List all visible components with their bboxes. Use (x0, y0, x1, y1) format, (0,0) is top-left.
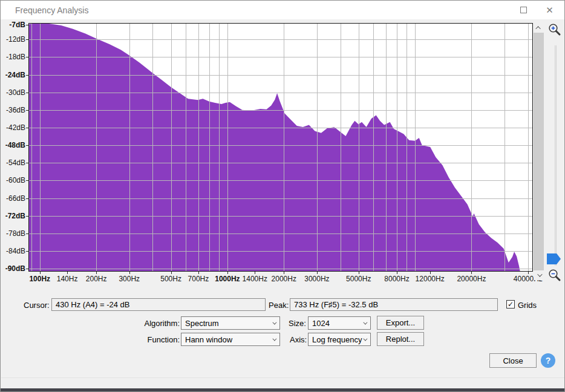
zoom-in-button[interactable] (546, 21, 563, 38)
algorithm-value: Spectrum (185, 319, 219, 328)
y-axis-ruler: -7dB-12dB-18dB-24dB-30dB-36dB-42dB-48dB-… (1, 23, 28, 282)
x-axis-tick (40, 272, 41, 274)
maximize-icon (520, 7, 527, 13)
export-button[interactable]: Export... (377, 316, 424, 330)
zoom-slider-thumb[interactable] (547, 253, 561, 264)
scrollbar-down-button[interactable] (534, 270, 544, 280)
close-icon: ✕ (546, 5, 554, 15)
window-bottom-edge (1, 388, 564, 391)
x-axis-tick (397, 272, 397, 274)
vertical-scrollbar[interactable] (534, 23, 544, 280)
function-label: Function: (141, 335, 180, 344)
x-axis-tick (317, 272, 318, 274)
axis-label: Axis: (290, 335, 307, 344)
scrollbar-thumb[interactable] (534, 33, 544, 270)
spectrum-plot[interactable] (28, 23, 533, 272)
maximize-button[interactable] (510, 1, 537, 19)
y-axis-label: -36dB (6, 106, 25, 114)
close-button[interactable]: Close (489, 353, 537, 368)
x-axis-tick (171, 272, 172, 274)
titlebar: Frequency Analysis ✕ (1, 1, 564, 19)
scrollbar-up-button[interactable] (534, 23, 544, 33)
x-axis-tick (430, 272, 431, 274)
y-axis-label: -66dB (6, 194, 25, 203)
zoom-out-button[interactable] (546, 267, 563, 284)
peak-label: Peak: (269, 301, 289, 310)
grids-checkbox[interactable]: ✓ (506, 300, 515, 309)
y-axis-label: -42dB (6, 123, 25, 132)
x-axis-tick (96, 272, 97, 274)
y-axis-label: -72dB (5, 212, 25, 220)
grids-label: Grids (518, 301, 537, 310)
bottom-separator (1, 377, 564, 378)
chevron-up-icon (535, 26, 540, 31)
y-axis-label: -54dB (6, 158, 25, 167)
y-axis-label: -48dB (5, 141, 25, 149)
zoom-slider-track[interactable] (555, 45, 557, 266)
replot-button[interactable]: Replot... (377, 332, 424, 346)
spectrum-area (28, 23, 520, 272)
function-value: Hann window (185, 335, 232, 344)
zoom-out-magnifier-icon (547, 268, 562, 283)
zoom-in-magnifier-icon (547, 22, 562, 37)
peak-readout: 733 Hz (F♯5) = -32.5 dB (290, 298, 498, 311)
x-axis-tick (255, 272, 255, 274)
y-axis-label: -30dB (6, 88, 25, 97)
x-axis-tick (284, 272, 284, 274)
cursor-readout: 430 Hz (A4) = -24 dB (51, 298, 266, 311)
y-axis-label: -78dB (6, 229, 25, 238)
y-axis-label: -84dB (6, 247, 25, 255)
cursor-label: Cursor: (24, 301, 50, 310)
size-label: Size: (289, 319, 306, 328)
chevron-down-icon (269, 317, 278, 329)
axis-value: Log frequency (312, 335, 362, 344)
function-select[interactable]: Hann window (181, 333, 280, 346)
x-axis-tick (129, 272, 130, 274)
x-axis-label: 20000Hz (444, 275, 498, 283)
close-window-button[interactable]: ✕ (536, 1, 563, 19)
size-value: 1024 (312, 319, 330, 328)
size-select[interactable]: 1024 (308, 316, 371, 330)
y-axis-label: -18dB (6, 53, 25, 61)
y-axis-label: -90dB (5, 264, 25, 273)
x-axis-tick (67, 272, 68, 274)
help-button[interactable]: ? (541, 353, 555, 368)
y-axis-label: -12dB (6, 35, 25, 44)
peak-value: 733 Hz (F♯5) = -32.5 dB (294, 300, 378, 309)
cursor-value: 430 Hz (A4) = -24 dB (56, 300, 129, 309)
algorithm-label: Algorithm: (141, 319, 180, 328)
spectrum-svg (28, 23, 533, 272)
x-axis-tick (528, 272, 529, 274)
y-axis-label: -24dB (5, 71, 25, 79)
axis-select[interactable]: Log frequency (308, 333, 371, 346)
frequency-analysis-dialog: Frequency Analysis ✕ -7dB-12dB-18dB-24dB… (0, 0, 565, 392)
x-axis-ruler: 100Hz140Hz200Hz300Hz500Hz700Hz1000Hz1400… (28, 272, 543, 285)
x-axis-tick (198, 272, 199, 274)
y-axis-label: -7dB (9, 21, 25, 29)
x-axis-tick (227, 272, 228, 274)
chevron-down-icon (269, 333, 278, 345)
x-axis-tick (471, 272, 472, 274)
checkmark-icon: ✓ (508, 301, 514, 308)
y-axis-label: -60dB (6, 176, 25, 185)
x-axis-tick (359, 272, 359, 274)
question-mark-icon: ? (546, 356, 551, 365)
algorithm-select[interactable]: Spectrum (181, 316, 280, 330)
chevron-down-icon (359, 317, 369, 329)
window-title: Frequency Analysis (15, 5, 88, 15)
chevron-down-icon (359, 333, 369, 345)
chevron-down-icon (537, 272, 542, 276)
